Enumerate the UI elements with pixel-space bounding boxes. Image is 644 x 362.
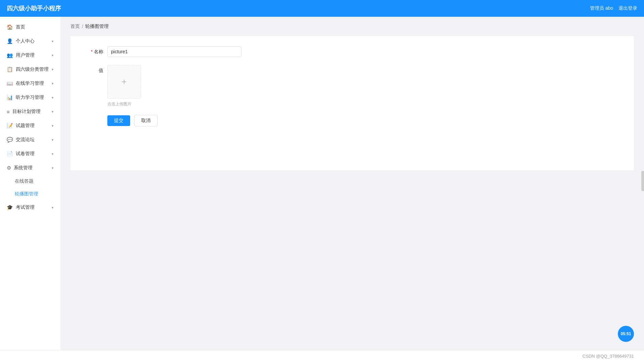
- upload-area: + 点击上传图片: [107, 65, 141, 107]
- name-input[interactable]: [107, 46, 241, 57]
- app-title: 四六级小助手小程序: [7, 4, 61, 12]
- breadcrumb-current: 轮播图管理: [85, 23, 109, 29]
- chevron-down-icon-5: ▾: [52, 96, 54, 100]
- value-label: 值: [80, 65, 107, 76]
- users-icon: 👥: [7, 52, 13, 58]
- cancel-button[interactable]: 取消: [134, 115, 158, 126]
- sidebar-item-home[interactable]: 🏠 首页: [0, 20, 60, 34]
- sidebar-item-label-listening: 听力学习管理: [16, 95, 44, 101]
- sidebar-item-label-home: 首页: [16, 24, 25, 30]
- chevron-down-icon-4: ▾: [52, 81, 54, 86]
- exam-questions-icon: 📝: [7, 123, 13, 129]
- sidebar-item-forum[interactable]: 💬 交流论坛 ▾: [0, 133, 60, 147]
- profile-icon: 👤: [7, 38, 13, 44]
- cet4-icon: 📋: [7, 66, 13, 72]
- system-submenu: 在线答题 轮播图管理: [0, 175, 60, 200]
- sidebar-item-label-papers: 试卷管理: [16, 151, 35, 157]
- sidebar-item-papers[interactable]: 📄 试卷管理 ▾: [0, 147, 60, 161]
- sidebar-item-label-online-learning: 在线学习管理: [16, 80, 44, 86]
- chevron-down-icon: ▾: [52, 39, 54, 44]
- chevron-down-icon-8: ▾: [52, 138, 54, 142]
- form-card: 名称 值 + 点击上传图片 提交 取消: [70, 36, 634, 170]
- upload-button[interactable]: +: [107, 65, 141, 99]
- goal-icon: ≡: [7, 109, 10, 115]
- sidebar-item-system[interactable]: ⚙ 系统管理 ▾: [0, 161, 60, 175]
- home-icon: 🏠: [7, 24, 13, 30]
- header: 四六级小助手小程序 管理员 abo 退出登录: [0, 0, 644, 17]
- header-right: 管理员 abo 退出登录: [590, 5, 637, 11]
- upload-hint: 点击上传图片: [107, 101, 141, 107]
- chevron-down-icon-6: ▾: [52, 110, 54, 114]
- sidebar-item-profile[interactable]: 👤 个人中心 ▾: [0, 34, 60, 48]
- scrollbar-indicator[interactable]: [641, 171, 644, 191]
- online-learning-icon: 📖: [7, 80, 13, 86]
- breadcrumb-home[interactable]: 首页: [70, 23, 80, 29]
- sidebar-item-exam-mgmt[interactable]: 🎓 考试管理 ▾: [0, 200, 60, 215]
- sidebar-item-label-profile: 个人中心: [16, 38, 35, 44]
- forum-icon: 💬: [7, 137, 13, 143]
- logout-button[interactable]: 退出登录: [619, 5, 637, 11]
- sidebar-item-exam-questions[interactable]: 📝 试题管理 ▾: [0, 119, 60, 133]
- sidebar-item-label-users: 用户管理: [16, 52, 35, 58]
- sidebar-item-listening[interactable]: 📊 听力学习管理 ▾: [0, 90, 60, 105]
- sidebar-item-label-exam-questions: 试题管理: [16, 123, 35, 129]
- sidebar-item-label-exam-mgmt: 考试管理: [16, 204, 35, 210]
- chevron-down-icon-3: ▾: [52, 67, 54, 72]
- submenu-item-carousel[interactable]: 轮播图管理: [0, 188, 60, 200]
- footer-text: CSDN @QQ_3786649731: [583, 354, 634, 359]
- body: 🏠 首页 👤 个人中心 ▾ 👥 用户管理 ▾ 📋 四六级分类管理 ▾: [0, 17, 644, 350]
- chevron-down-icon-9: ▾: [52, 152, 54, 156]
- submenu-item-online-course[interactable]: 在线答题: [0, 175, 60, 188]
- papers-icon: 📄: [7, 151, 13, 157]
- sidebar-item-label-system: 系统管理: [14, 165, 33, 171]
- button-row: 提交 取消: [107, 115, 624, 126]
- name-row: 名称: [80, 46, 624, 57]
- footer: CSDN @QQ_3786649731: [0, 350, 644, 362]
- plus-icon: +: [121, 76, 127, 87]
- sidebar-item-label-forum: 交流论坛: [16, 137, 35, 143]
- breadcrumb: 首页 / 轮播图管理: [70, 23, 634, 29]
- chevron-down-icon-7: ▾: [52, 124, 54, 128]
- breadcrumb-separator: /: [82, 24, 83, 29]
- name-label: 名称: [80, 46, 107, 57]
- chevron-down-icon-2: ▾: [52, 53, 54, 58]
- sidebar-item-users[interactable]: 👥 用户管理 ▾: [0, 48, 60, 62]
- system-icon: ⚙: [7, 165, 11, 171]
- value-row: 值 + 点击上传图片: [80, 65, 624, 107]
- sidebar-item-label-cet4: 四六级分类管理: [16, 66, 49, 72]
- time-badge: 05:51: [618, 326, 634, 342]
- main-content: 首页 / 轮播图管理 名称 值 + 点击上传图片: [60, 17, 644, 350]
- header-user: 管理员 abo: [590, 5, 613, 11]
- chevron-down-icon-11: ▾: [52, 205, 54, 210]
- sidebar-item-online-learning[interactable]: 📖 在线学习管理 ▾: [0, 76, 60, 90]
- sidebar-item-cet4[interactable]: 📋 四六级分类管理 ▾: [0, 62, 60, 76]
- sidebar: 🏠 首页 👤 个人中心 ▾ 👥 用户管理 ▾ 📋 四六级分类管理 ▾: [0, 17, 60, 350]
- sidebar-item-label-goal: 目标计划管理: [12, 109, 41, 115]
- chevron-down-icon-10: ▾: [52, 166, 54, 170]
- submit-button[interactable]: 提交: [107, 115, 130, 126]
- listening-icon: 📊: [7, 95, 13, 101]
- sidebar-item-goal[interactable]: ≡ 目标计划管理 ▾: [0, 105, 60, 119]
- exam-mgmt-icon: 🎓: [7, 204, 13, 210]
